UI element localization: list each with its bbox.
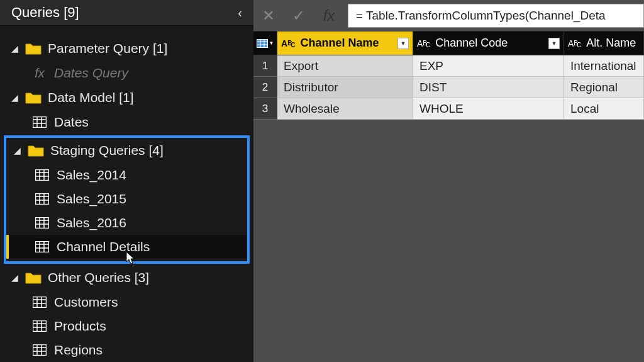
dropdown-caret-icon: ▼ (269, 40, 274, 46)
check-icon: ✓ (292, 7, 305, 25)
caret-down-icon: ◢ (11, 93, 19, 103)
query-products[interactable]: Products (0, 314, 253, 338)
column-header-alt-name[interactable]: ABC Alt. Name (564, 31, 644, 55)
column-header-channel-name[interactable]: ABC Channel Name ▼ (277, 31, 413, 55)
query-label: Regions (54, 342, 103, 358)
query-sales-2014[interactable]: Sales_2014 (6, 163, 247, 187)
query-channel-details[interactable]: Channel Details (6, 235, 247, 259)
svg-rect-5 (36, 170, 49, 181)
collapse-sidebar-button[interactable]: ‹ (238, 6, 242, 20)
query-sales-2015[interactable]: Sales_2015 (6, 187, 247, 211)
query-label: Sales_2014 (57, 167, 126, 183)
table-cell[interactable]: WHOLE (413, 98, 564, 120)
x-icon: ✕ (262, 7, 275, 25)
svg-rect-15 (36, 218, 49, 229)
column-filter-button[interactable]: ▼ (397, 38, 409, 49)
row-number[interactable]: 1 (253, 55, 277, 77)
row-number[interactable]: 3 (253, 98, 277, 120)
group-label: Staging Queries [4] (50, 143, 164, 158)
table-icon (35, 193, 49, 205)
highlighted-selection-box: ◢ Staging Queries [4] Sales_2014 Sales_2… (4, 135, 250, 264)
group-staging-queries[interactable]: ◢ Staging Queries [4] (6, 138, 247, 163)
queries-tree: ◢ Parameter Query [1] fx Dates Query ◢ D… (0, 26, 253, 362)
row-number[interactable]: 2 (253, 77, 277, 98)
query-regions[interactable]: Regions (0, 338, 253, 362)
table-cell[interactable]: International (564, 55, 644, 77)
table-options-button[interactable]: ▼ (253, 31, 277, 55)
table-icon (33, 297, 47, 308)
query-label: Products (54, 319, 106, 334)
fx-icon: fx (323, 7, 335, 25)
table-cell[interactable]: Export (277, 55, 413, 77)
formula-input[interactable]: = Table.TransformColumnTypes(Channel_Det… (348, 4, 644, 28)
query-label: Customers (54, 295, 118, 310)
table-icon (257, 39, 268, 48)
formula-cancel-button[interactable]: ✕ (253, 0, 284, 31)
group-label: Other Queries [3] (48, 270, 149, 285)
column-label: Alt. Name (586, 37, 640, 50)
query-label: Dates (54, 115, 89, 130)
svg-rect-25 (33, 297, 47, 308)
formula-text: = Table.TransformColumnTypes(Channel_Det… (356, 9, 606, 23)
formula-accept-button[interactable]: ✓ (284, 0, 314, 31)
table-icon (35, 217, 49, 229)
folder-icon (28, 144, 44, 157)
data-grid: ▼ ABC Channel Name ▼ ABC Channel Code ▼ … (253, 31, 644, 120)
table-cell[interactable]: DIST (413, 77, 564, 98)
query-customers[interactable]: Customers (0, 290, 253, 314)
svg-rect-40 (257, 39, 267, 47)
folder-icon (25, 42, 42, 55)
sidebar-title: Queries [9] (11, 4, 79, 21)
column-filter-button[interactable]: ▼ (548, 38, 560, 49)
group-label: Parameter Query [1] (48, 41, 167, 56)
formula-bar: ✕ ✓ fx = Table.TransformColumnTypes(Chan… (253, 0, 644, 31)
table-icon (35, 241, 49, 252)
fx-icon: fx (33, 66, 47, 81)
svg-rect-10 (36, 194, 49, 205)
svg-rect-0 (33, 117, 47, 128)
caret-down-icon: ◢ (14, 145, 21, 156)
query-label: Channel Details (57, 239, 150, 254)
table-cell[interactable]: Distributor (277, 77, 413, 98)
query-sales-2016[interactable]: Sales_2016 (6, 211, 247, 235)
group-other-queries[interactable]: ◢ Other Queries [3] (0, 265, 253, 290)
table-icon (35, 169, 49, 181)
caret-down-icon: ◢ (11, 43, 19, 54)
table-cell[interactable]: Wholesale (277, 98, 413, 120)
formula-fx-button[interactable]: fx (314, 0, 344, 31)
table-icon (33, 344, 47, 356)
query-dates-query[interactable]: fx Dates Query (0, 61, 253, 85)
text-type-icon: ABC (417, 39, 431, 48)
text-type-icon: ABC (281, 39, 297, 48)
svg-rect-30 (33, 321, 47, 332)
svg-rect-35 (33, 345, 47, 356)
svg-rect-20 (36, 242, 49, 252)
table-cell[interactable]: Regional (564, 77, 644, 98)
text-type-icon: ABC (568, 39, 582, 48)
caret-down-icon: ◢ (11, 273, 19, 283)
table-icon (33, 116, 47, 128)
group-parameter-query[interactable]: ◢ Parameter Query [1] (0, 36, 253, 61)
query-label: Dates Query (54, 65, 128, 81)
folder-icon (25, 91, 42, 104)
query-label: Sales_2016 (57, 215, 126, 230)
column-label: Channel Name (301, 37, 394, 50)
query-dates[interactable]: Dates (0, 110, 253, 134)
table-cell[interactable]: Local (564, 98, 644, 120)
column-label: Channel Code (435, 37, 545, 50)
group-data-model[interactable]: ◢ Data Model [1] (0, 85, 253, 110)
table-cell[interactable]: EXP (413, 55, 564, 77)
folder-icon (25, 271, 42, 284)
table-icon (33, 320, 47, 332)
group-label: Data Model [1] (48, 90, 134, 105)
query-label: Sales_2015 (57, 191, 126, 206)
queries-sidebar: Queries [9] ‹ ◢ Parameter Query [1] fx D… (0, 0, 253, 362)
sidebar-header: Queries [9] ‹ (0, 0, 253, 26)
main-area: ✕ ✓ fx = Table.TransformColumnTypes(Chan… (253, 0, 644, 362)
column-header-channel-code[interactable]: ABC Channel Code ▼ (413, 31, 564, 55)
